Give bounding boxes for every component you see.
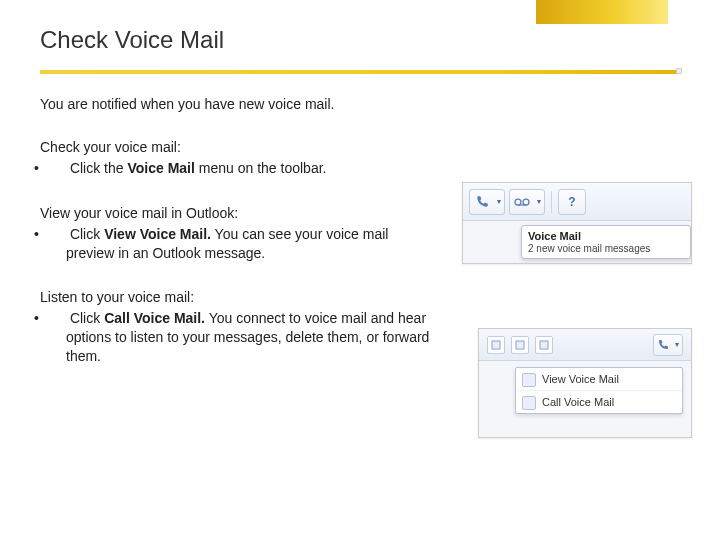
toolbar-mini: [479, 329, 691, 361]
toolbar-separator: [551, 191, 552, 213]
voicemail-icon: [514, 196, 530, 208]
section-view-lead: View your voice mail in Outlook:: [40, 204, 440, 223]
phone-button[interactable]: [469, 189, 505, 215]
bold-text: View Voice Mail.: [104, 226, 211, 242]
tooltip-title: Voice Mail: [528, 230, 684, 242]
text: Click the: [70, 160, 128, 176]
voicemail-tooltip: Voice Mail 2 new voice mail messages: [521, 225, 691, 259]
mini-icon-3[interactable]: [535, 336, 553, 354]
title-divider: [40, 70, 680, 74]
section-listen-bullet: Click Call Voice Mail. You connect to vo…: [50, 309, 440, 366]
bold-text: Call Voice Mail.: [104, 310, 205, 326]
figure-voicemail-menu: View Voice Mail Call Voice Mail: [478, 328, 692, 438]
voicemail-menu: View Voice Mail Call Voice Mail: [515, 367, 683, 414]
section-listen: Listen to your voice mail: Click Call Vo…: [40, 288, 440, 366]
section-view: View your voice mail in Outlook: Click V…: [40, 204, 440, 263]
divider-endcap: [676, 68, 682, 74]
figure-toolbar-tooltip: ? Voice Mail 2 new voice mail messages: [462, 182, 692, 264]
text: Click: [70, 226, 104, 242]
toolbar: ?: [463, 183, 691, 221]
mini-icon-1[interactable]: [487, 336, 505, 354]
help-button[interactable]: ?: [558, 189, 586, 215]
menu-view-voicemail[interactable]: View Voice Mail: [516, 368, 682, 391]
mini-icon-2[interactable]: [511, 336, 529, 354]
slide: Check Voice Mail You are notified when y…: [0, 0, 720, 540]
divider-bar: [40, 70, 680, 74]
section-check: Check your voice mail: Click the Voice M…: [40, 138, 440, 178]
intro-text: You are notified when you have new voice…: [40, 96, 680, 112]
svg-rect-5: [540, 341, 548, 349]
menu-call-voicemail[interactable]: Call Voice Mail: [516, 391, 682, 413]
phone-icon: [657, 339, 669, 351]
content-area: You are notified when you have new voice…: [40, 96, 680, 366]
phone-dropdown[interactable]: [653, 334, 683, 356]
voicemail-button[interactable]: [509, 189, 545, 215]
section-listen-lead: Listen to your voice mail:: [40, 288, 440, 307]
section-check-lead: Check your voice mail:: [40, 138, 440, 157]
phone-icon: [475, 195, 489, 209]
text: Click: [70, 310, 104, 326]
bold-text: Voice Mail: [127, 160, 194, 176]
svg-point-1: [523, 199, 529, 205]
section-check-bullet: Click the Voice Mail menu on the toolbar…: [50, 159, 440, 178]
svg-rect-4: [516, 341, 524, 349]
section-view-bullet: Click View Voice Mail. You can see your …: [50, 225, 440, 263]
text: menu on the toolbar.: [195, 160, 327, 176]
accent-banner: [536, 0, 668, 24]
help-icon: ?: [568, 195, 575, 209]
svg-point-0: [515, 199, 521, 205]
page-title: Check Voice Mail: [40, 26, 680, 54]
tooltip-body: 2 new voice mail messages: [528, 243, 684, 254]
svg-rect-3: [492, 341, 500, 349]
